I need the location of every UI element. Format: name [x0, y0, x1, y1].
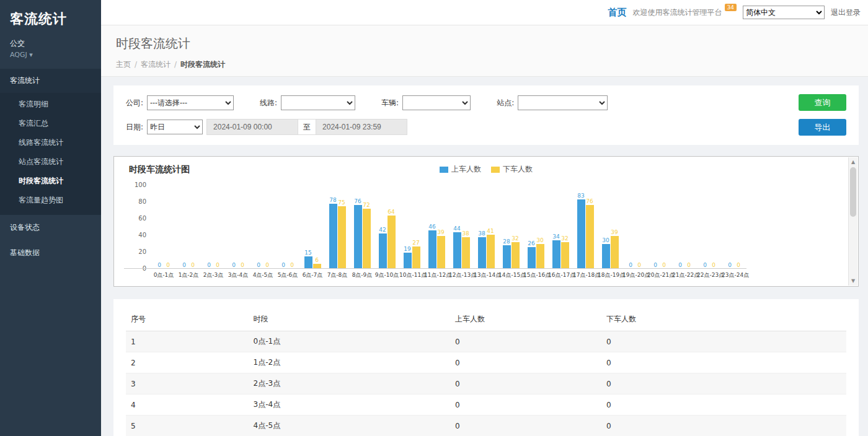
bar-value-label: 6 — [315, 258, 319, 263]
breadcrumb-home[interactable]: 主页 — [116, 60, 131, 69]
bar[interactable] — [379, 233, 387, 269]
x-axis-label: 5点-6点 — [275, 269, 300, 279]
sidebar-item-flow-detail[interactable]: 客流明细 — [0, 95, 101, 114]
bar-value-label: 0 — [166, 263, 170, 268]
bar[interactable] — [354, 205, 362, 269]
export-button[interactable]: 导出 — [799, 119, 846, 136]
bar[interactable] — [412, 246, 420, 269]
bar-value-label: 44 — [453, 226, 460, 232]
table-cell: 2 — [126, 352, 249, 373]
date-label: 日期: — [126, 122, 143, 133]
bar[interactable] — [487, 235, 495, 269]
breadcrumb-flow-stats[interactable]: 客流统计 — [141, 60, 170, 69]
legend-item[interactable]: 上车人数 — [440, 164, 481, 175]
bar[interactable] — [561, 242, 569, 269]
bar[interactable] — [388, 216, 396, 269]
bar[interactable] — [363, 209, 371, 269]
bar-value-label: 64 — [388, 209, 394, 215]
station-select[interactable] — [518, 95, 608, 110]
table-cell: 5 — [126, 416, 249, 436]
bar[interactable] — [313, 264, 321, 269]
date-range-group: 至 — [206, 119, 407, 135]
bar-value-label: 19 — [404, 246, 410, 252]
bar-value-label: 0 — [653, 263, 657, 268]
bar[interactable] — [404, 253, 412, 269]
bar-group: 463911点-12点 — [424, 185, 449, 279]
table-cell: 4 — [126, 395, 249, 416]
bar-value-label: 28 — [503, 239, 510, 245]
x-axis-label: 22点-23点 — [697, 269, 722, 279]
bar[interactable] — [602, 244, 610, 269]
x-axis-label: 3点-4点 — [226, 269, 250, 279]
date-preset-select[interactable]: 昨日 — [147, 120, 203, 134]
bar[interactable] — [428, 230, 436, 269]
sidebar-item-base-data[interactable]: 基础数据 — [0, 240, 101, 266]
sidebar-item-period-flow-stats[interactable]: 时段客流统计 — [0, 172, 101, 191]
bar[interactable] — [611, 236, 619, 269]
bar[interactable] — [512, 242, 520, 269]
scrollbar-thumb[interactable] — [850, 167, 856, 217]
x-axis-label: 21点-22点 — [672, 269, 697, 279]
page-head: 时段客流统计 主页/客流统计/时段客流统计 — [101, 25, 868, 77]
table-cell: 0 — [601, 416, 846, 436]
sidebar-item-line-flow-stats[interactable]: 线路客流统计 — [0, 133, 101, 152]
x-axis-label: 14点-15点 — [498, 269, 523, 279]
sidebar-item-flow-trend-chart[interactable]: 客流量趋势图 — [0, 191, 101, 210]
bar-value-label: 0 — [637, 263, 641, 268]
bar[interactable] — [437, 236, 445, 269]
query-button[interactable]: 查询 — [799, 94, 846, 111]
language-select[interactable]: 简体中文 — [743, 6, 825, 19]
logout-link[interactable]: 退出登录 — [831, 7, 861, 18]
table-cell: 3 — [126, 373, 249, 395]
scroll-down-icon[interactable]: ▼ — [849, 276, 857, 286]
chart-y-axis: 020406080100 — [124, 185, 151, 269]
bar[interactable] — [536, 244, 544, 269]
bar-group: 343216点-17点 — [548, 185, 573, 279]
bar[interactable] — [329, 204, 337, 269]
bar-group: 837617点-18点 — [573, 185, 598, 279]
bar[interactable] — [304, 256, 312, 269]
sidebar-item-flow-summary[interactable]: 客流汇总 — [0, 114, 101, 133]
line-select[interactable] — [281, 95, 355, 110]
table-header-seq: 序号 — [126, 308, 249, 331]
bar-value-label: 0 — [232, 263, 236, 268]
bar[interactable] — [453, 232, 461, 269]
bar-value-label: 75 — [338, 200, 345, 206]
org-code-dropdown[interactable]: AQGJ ▾ — [0, 49, 101, 69]
table-cell: 0 — [450, 395, 601, 416]
chart-area: 020406080100 000点-1点001点-2点002点-3点003点-4… — [124, 185, 835, 279]
bar[interactable] — [552, 240, 560, 269]
bar-value-label: 42 — [379, 227, 386, 233]
chevron-down-icon: ▾ — [29, 51, 33, 59]
legend-item[interactable]: 下车人数 — [491, 164, 533, 175]
bar-value-label: 26 — [528, 241, 534, 246]
table-cell: 0 — [601, 373, 846, 395]
home-link[interactable]: 首页 — [608, 7, 627, 19]
bar[interactable] — [338, 206, 346, 269]
y-tick-label: 20 — [138, 248, 146, 255]
table-cell: 2点-3点 — [249, 373, 450, 395]
bar-group: 303918点-19点 — [598, 185, 622, 279]
sidebar-item-device-status[interactable]: 设备状态 — [0, 215, 101, 240]
date-to-separator: 至 — [298, 119, 316, 135]
breadcrumb: 主页/客流统计/时段客流统计 — [116, 59, 853, 70]
bar-value-label: 0 — [678, 263, 682, 268]
bar[interactable] — [577, 199, 585, 269]
scroll-up-icon[interactable]: ▲ — [849, 157, 857, 167]
sidebar-item-station-flow-stats[interactable]: 站点客流统计 — [0, 152, 101, 172]
company-select[interactable]: ---请选择--- — [147, 95, 234, 110]
chart-scrollbar[interactable]: ▲ ▼ — [848, 157, 857, 286]
bar[interactable] — [528, 247, 536, 269]
bar-value-label: 0 — [207, 263, 211, 268]
bar[interactable] — [478, 237, 486, 269]
notification-badge[interactable]: 34 — [725, 4, 737, 11]
bar[interactable] — [586, 205, 594, 269]
filter-row-1: 公司: ---请选择--- 线路: 车辆: 站点: — [126, 95, 846, 110]
date-to-input[interactable] — [316, 119, 407, 135]
bar[interactable] — [462, 237, 470, 269]
bar[interactable] — [503, 245, 511, 269]
sidebar-section-passenger-flow[interactable]: 客流统计 — [0, 69, 101, 93]
vehicle-select[interactable] — [402, 95, 471, 110]
date-from-input[interactable] — [206, 119, 298, 135]
table-row: 21点-2点00 — [126, 352, 846, 373]
